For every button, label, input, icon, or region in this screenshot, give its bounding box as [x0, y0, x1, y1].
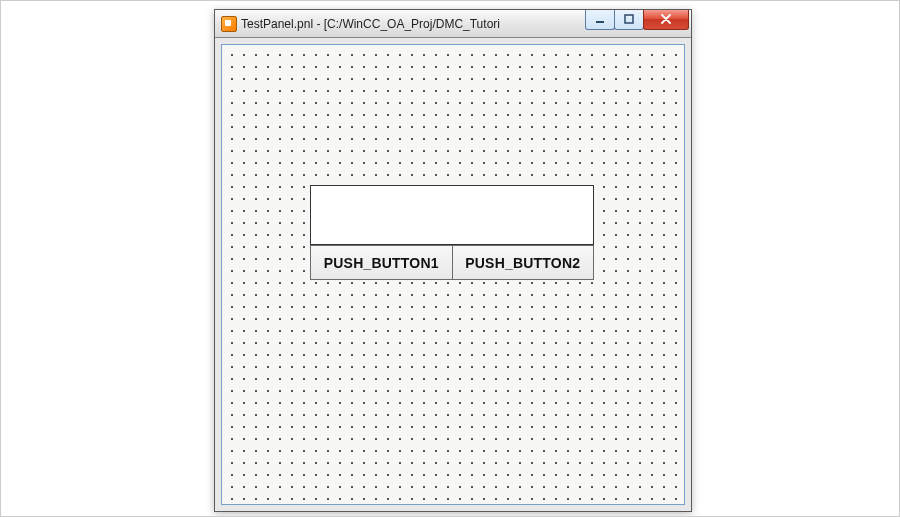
- close-button[interactable]: [643, 10, 689, 30]
- maximize-button[interactable]: [614, 10, 644, 30]
- minimize-button[interactable]: [585, 10, 615, 30]
- titlebar[interactable]: TestPanel.pnl - [C:/WinCC_OA_Proj/DMC_Tu…: [215, 10, 691, 38]
- maximize-icon: [624, 14, 634, 24]
- text-field[interactable]: [310, 185, 594, 245]
- app-icon: [221, 16, 237, 32]
- minimize-icon: [595, 14, 605, 24]
- window-title: TestPanel.pnl - [C:/WinCC_OA_Proj/DMC_Tu…: [241, 17, 582, 31]
- svg-rect-0: [596, 21, 604, 23]
- close-icon: [660, 14, 672, 24]
- window-controls: [586, 10, 689, 37]
- app-window: TestPanel.pnl - [C:/WinCC_OA_Proj/DMC_Tu…: [214, 9, 692, 512]
- push-button-1[interactable]: PUSH_BUTTON1: [310, 245, 453, 280]
- button-row: PUSH_BUTTON1 PUSH_BUTTON2: [310, 245, 594, 280]
- canvas-wrap: PUSH_BUTTON1 PUSH_BUTTON2: [215, 38, 691, 511]
- panel-canvas[interactable]: PUSH_BUTTON1 PUSH_BUTTON2: [221, 44, 685, 505]
- push-button-2[interactable]: PUSH_BUTTON2: [452, 245, 595, 280]
- svg-rect-1: [625, 15, 633, 23]
